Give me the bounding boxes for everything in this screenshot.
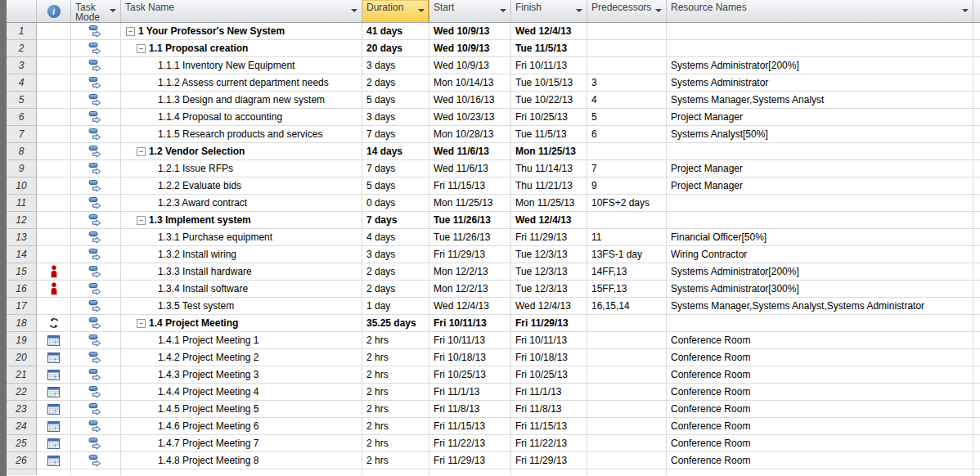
row-number[interactable]: 5 (7, 92, 37, 109)
indicator-cell[interactable] (37, 315, 71, 332)
resources-cell[interactable]: Financial Officer[50%] (667, 229, 973, 246)
start-cell[interactable]: Wed 10/9/13 (429, 57, 511, 74)
indicator-cell[interactable] (37, 126, 71, 143)
predecessors-cell[interactable]: 11 (587, 229, 667, 246)
row-number[interactable]: 16 (7, 281, 37, 298)
predecessors-cell[interactable] (587, 40, 667, 57)
predecessors-cell[interactable]: 14FF,13 (587, 263, 667, 281)
task-name-cell[interactable]: 1.3.3 Install hardware (121, 263, 362, 281)
resources-cell[interactable] (667, 195, 973, 212)
task-mode-cell[interactable] (71, 263, 121, 281)
duration-cell[interactable]: 7 days (362, 212, 429, 229)
task-mode-cell[interactable] (71, 195, 121, 212)
resources-cell[interactable]: Systems Administrator[300%] (667, 281, 973, 298)
indicator-cell[interactable] (37, 40, 71, 57)
start-cell[interactable]: Fri 11/15/13 (429, 177, 511, 195)
task-name-cell[interactable]: 1.4.5 Project Meeting 5 (121, 401, 362, 418)
filter-arrow-icon[interactable] (351, 9, 357, 12)
row-number[interactable]: 9 (7, 160, 37, 177)
resources-cell[interactable]: Project Manager (667, 177, 973, 195)
task-mode-column-header[interactable]: Task Mode (71, 0, 121, 22)
finish-cell[interactable]: Tue 10/15/13 (511, 74, 587, 92)
predecessors-cell[interactable] (587, 401, 667, 418)
indicators-column-header[interactable]: i (37, 0, 71, 22)
finish-cell[interactable]: Tue 12/3/13 (511, 246, 587, 263)
finish-cell[interactable]: Fri 11/22/13 (511, 435, 587, 452)
duration-cell[interactable]: 3 days (362, 246, 429, 263)
resources-cell[interactable]: Conference Room (667, 349, 973, 366)
resources-cell[interactable]: Wiring Contractor (667, 246, 973, 263)
task-mode-cell[interactable] (71, 126, 121, 143)
task-mode-cell[interactable] (71, 401, 121, 418)
row-number[interactable]: 14 (7, 246, 37, 263)
finish-cell[interactable]: Fri 10/11/13 (511, 57, 587, 74)
duration-cell[interactable]: 35.25 days (362, 315, 429, 332)
row-number[interactable]: 1 (7, 23, 37, 40)
duration-cell[interactable]: 2 hrs (362, 401, 429, 418)
indicator-cell[interactable] (37, 143, 71, 160)
resources-cell[interactable]: Project Manager (667, 160, 973, 177)
finish-column-header[interactable]: Finish (511, 0, 587, 22)
finish-cell[interactable]: Mon 11/25/13 (511, 195, 587, 212)
duration-cell[interactable]: 5 days (362, 177, 429, 195)
indicator-cell[interactable] (37, 57, 71, 74)
start-cell[interactable]: Wed 10/16/13 (429, 92, 511, 109)
duration-cell[interactable]: 14 days (362, 143, 429, 160)
task-mode-cell[interactable] (71, 229, 121, 246)
indicator-cell[interactable] (37, 452, 71, 469)
start-cell[interactable]: Wed 12/4/13 (429, 298, 511, 315)
row-number[interactable]: 22 (7, 384, 37, 401)
predecessors-cell[interactable]: 3 (587, 74, 667, 92)
finish-cell[interactable]: Tue 12/3/13 (511, 263, 587, 281)
task-mode-cell[interactable] (71, 74, 121, 92)
finish-cell[interactable]: Fri 11/29/13 (511, 315, 587, 332)
predecessors-cell[interactable] (587, 23, 667, 40)
indicator-cell[interactable] (37, 74, 71, 92)
row-number[interactable]: 4 (7, 74, 37, 92)
duration-cell[interactable]: 2 days (362, 263, 429, 281)
start-cell[interactable]: Mon 12/2/13 (429, 281, 511, 298)
finish-cell[interactable]: Tue 12/3/13 (511, 281, 587, 298)
task-name-cell[interactable]: − 1 Your Professor's New System (121, 23, 362, 40)
task-mode-cell[interactable] (71, 384, 121, 401)
start-cell[interactable]: Wed 10/23/13 (429, 109, 511, 126)
duration-cell[interactable]: 3 days (362, 57, 429, 74)
task-mode-cell[interactable] (71, 57, 121, 74)
start-cell[interactable]: Mon 10/28/13 (429, 126, 511, 143)
resources-cell[interactable]: Conference Room (667, 366, 973, 384)
collapse-toggle[interactable]: − (137, 216, 146, 225)
task-mode-cell[interactable] (71, 298, 121, 315)
duration-cell[interactable]: 2 hrs (362, 349, 429, 366)
row-number[interactable]: 7 (7, 126, 37, 143)
resources-cell[interactable]: Conference Room (667, 401, 973, 418)
task-name-cell[interactable]: 1.1.4 Proposal to accounting (121, 109, 362, 126)
start-cell[interactable]: Fri 11/8/13 (429, 401, 511, 418)
duration-cell[interactable]: 2 hrs (362, 366, 429, 384)
start-cell[interactable]: Wed 10/9/13 (429, 23, 511, 40)
start-cell[interactable]: Tue 11/26/13 (429, 212, 511, 229)
finish-cell[interactable]: Fri 10/11/13 (511, 332, 587, 349)
start-cell[interactable]: Fri 11/22/13 (429, 435, 511, 452)
task-mode-cell[interactable] (71, 366, 121, 384)
indicator-cell[interactable] (37, 401, 71, 418)
task-name-cell[interactable]: − 1.1 Proposal creation (121, 40, 362, 57)
resources-cell[interactable]: Systems Administrator (667, 74, 973, 92)
start-cell[interactable]: Fri 11/1/13 (429, 384, 511, 401)
collapse-toggle[interactable]: − (126, 27, 135, 36)
indicator-cell[interactable] (37, 435, 71, 452)
duration-cell[interactable]: 5 days (362, 92, 429, 109)
resources-cell[interactable]: Project Manager (667, 109, 973, 126)
task-mode-cell[interactable] (71, 160, 121, 177)
finish-cell[interactable]: Fri 10/25/13 (511, 109, 587, 126)
task-name-cell[interactable]: 1.4.3 Project Meeting 3 (121, 366, 362, 384)
task-name-cell[interactable]: 1.4.2 Project Meeting 2 (121, 349, 362, 366)
duration-cell[interactable]: 4 days (362, 229, 429, 246)
task-mode-cell[interactable] (71, 349, 121, 366)
row-number[interactable]: 17 (7, 298, 37, 315)
duration-cell[interactable]: 2 hrs (362, 384, 429, 401)
indicator-cell[interactable] (37, 263, 71, 281)
duration-cell[interactable]: 3 days (362, 109, 429, 126)
row-number[interactable]: 10 (7, 177, 37, 195)
duration-cell[interactable]: 2 hrs (362, 418, 429, 435)
resources-cell[interactable] (667, 143, 973, 160)
